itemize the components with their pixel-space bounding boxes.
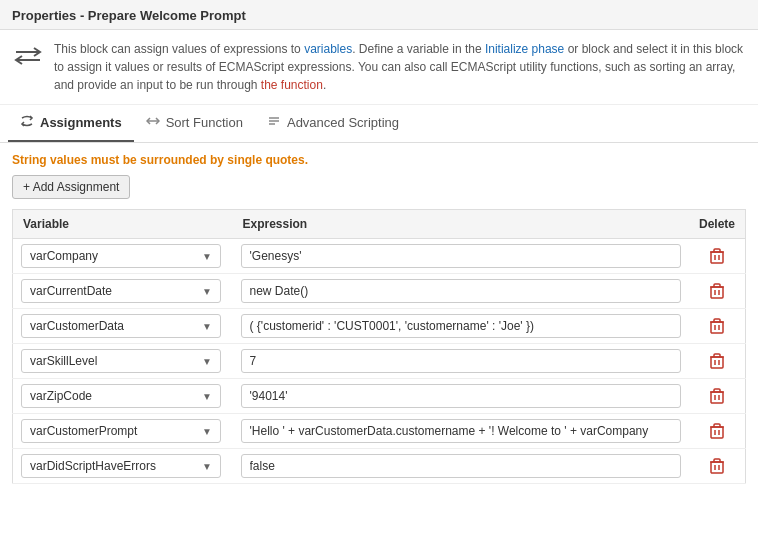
- page-title: Properties - Prepare Welcome Prompt: [12, 8, 246, 23]
- variable-cell: varCompany ▼: [13, 239, 233, 274]
- variable-column-header: Variable: [13, 210, 233, 239]
- table-row: varCompany ▼: [13, 239, 746, 274]
- tabs-bar: Assignments Sort Function Advanced Scr: [0, 105, 758, 143]
- expression-cell: [233, 239, 689, 274]
- expression-input-1[interactable]: [241, 279, 681, 303]
- variable-select-label-1: varCurrentDate: [30, 284, 112, 298]
- sort-function-tab-icon: [146, 114, 160, 131]
- svg-rect-26: [711, 427, 723, 438]
- tab-sort-function-label: Sort Function: [166, 115, 243, 130]
- info-variables-highlight: variables: [304, 42, 352, 56]
- chevron-down-icon: ▼: [202, 251, 212, 262]
- variable-cell: varCustomerPrompt ▼: [13, 414, 233, 449]
- variable-select-label-2: varCustomerData: [30, 319, 124, 333]
- variable-cell: varCurrentDate ▼: [13, 274, 233, 309]
- assignments-table: Variable Expression Delete varCompany ▼ …: [12, 209, 746, 484]
- svg-rect-14: [711, 322, 723, 333]
- expression-input-2[interactable]: [241, 314, 681, 338]
- variable-select-label-6: varDidScriptHaveErrors: [30, 459, 156, 473]
- delete-cell: [689, 449, 746, 484]
- string-notice: String values must be surrounded by sing…: [12, 153, 746, 167]
- expression-column-header: Expression: [233, 210, 689, 239]
- expression-cell: [233, 379, 689, 414]
- table-row: varCurrentDate ▼: [13, 274, 746, 309]
- expression-cell: [233, 414, 689, 449]
- variable-select-0[interactable]: varCompany ▼: [21, 244, 221, 268]
- info-section: This block can assign values of expressi…: [0, 30, 758, 105]
- table-header-row: Variable Expression Delete: [13, 210, 746, 239]
- expression-input-0[interactable]: [241, 244, 681, 268]
- delete-cell: [689, 344, 746, 379]
- svg-rect-30: [711, 462, 723, 473]
- delete-button-6[interactable]: [697, 458, 737, 474]
- delete-cell: [689, 414, 746, 449]
- expression-cell: [233, 344, 689, 379]
- variable-select-label-0: varCompany: [30, 249, 98, 263]
- variable-select-2[interactable]: varCustomerData ▼: [21, 314, 221, 338]
- tab-assignments[interactable]: Assignments: [8, 105, 134, 142]
- content-area: String values must be surrounded by sing…: [0, 143, 758, 494]
- variable-cell: varZipCode ▼: [13, 379, 233, 414]
- tab-assignments-label: Assignments: [40, 115, 122, 130]
- expression-input-3[interactable]: [241, 349, 681, 373]
- delete-button-4[interactable]: [697, 388, 737, 404]
- expression-cell: [233, 309, 689, 344]
- tab-advanced-scripting[interactable]: Advanced Scripting: [255, 105, 411, 142]
- delete-button-0[interactable]: [697, 248, 737, 264]
- table-row: varSkillLevel ▼: [13, 344, 746, 379]
- delete-button-3[interactable]: [697, 353, 737, 369]
- variable-select-3[interactable]: varSkillLevel ▼: [21, 349, 221, 373]
- delete-button-1[interactable]: [697, 283, 737, 299]
- table-row: varCustomerData ▼: [13, 309, 746, 344]
- delete-cell: [689, 274, 746, 309]
- add-assignment-button[interactable]: + Add Assignment: [12, 175, 130, 199]
- expression-cell: [233, 274, 689, 309]
- delete-button-5[interactable]: [697, 423, 737, 439]
- advanced-scripting-tab-icon: [267, 114, 281, 131]
- chevron-down-icon: ▼: [202, 286, 212, 297]
- chevron-down-icon: ▼: [202, 356, 212, 367]
- info-text: This block can assign values of expressi…: [54, 40, 746, 94]
- svg-rect-18: [711, 357, 723, 368]
- page-header: Properties - Prepare Welcome Prompt: [0, 0, 758, 30]
- variable-select-4[interactable]: varZipCode ▼: [21, 384, 221, 408]
- chevron-down-icon: ▼: [202, 391, 212, 402]
- variable-cell: varCustomerData ▼: [13, 309, 233, 344]
- chevron-down-icon: ▼: [202, 461, 212, 472]
- variable-select-label-5: varCustomerPrompt: [30, 424, 137, 438]
- variable-select-label-4: varZipCode: [30, 389, 92, 403]
- page-wrapper: Properties - Prepare Welcome Prompt This…: [0, 0, 758, 494]
- expression-input-6[interactable]: [241, 454, 681, 478]
- transfer-icon: [12, 40, 44, 72]
- tab-advanced-scripting-label: Advanced Scripting: [287, 115, 399, 130]
- assignments-tab-icon: [20, 114, 34, 131]
- info-function-highlight: the function: [261, 78, 323, 92]
- info-initialize-highlight: Initialize phase: [485, 42, 564, 56]
- table-row: varCustomerPrompt ▼: [13, 414, 746, 449]
- expression-input-4[interactable]: [241, 384, 681, 408]
- delete-column-header: Delete: [689, 210, 746, 239]
- variable-select-5[interactable]: varCustomerPrompt ▼: [21, 419, 221, 443]
- svg-rect-6: [711, 252, 723, 263]
- tab-sort-function[interactable]: Sort Function: [134, 105, 255, 142]
- delete-button-2[interactable]: [697, 318, 737, 334]
- table-row: varDidScriptHaveErrors ▼: [13, 449, 746, 484]
- chevron-down-icon: ▼: [202, 426, 212, 437]
- delete-cell: [689, 309, 746, 344]
- svg-rect-10: [711, 287, 723, 298]
- variable-select-label-3: varSkillLevel: [30, 354, 97, 368]
- table-row: varZipCode ▼: [13, 379, 746, 414]
- variable-select-1[interactable]: varCurrentDate ▼: [21, 279, 221, 303]
- delete-cell: [689, 239, 746, 274]
- chevron-down-icon: ▼: [202, 321, 212, 332]
- expression-cell: [233, 449, 689, 484]
- variable-cell: varSkillLevel ▼: [13, 344, 233, 379]
- expression-input-5[interactable]: [241, 419, 681, 443]
- svg-rect-22: [711, 392, 723, 403]
- variable-cell: varDidScriptHaveErrors ▼: [13, 449, 233, 484]
- delete-cell: [689, 379, 746, 414]
- variable-select-6[interactable]: varDidScriptHaveErrors ▼: [21, 454, 221, 478]
